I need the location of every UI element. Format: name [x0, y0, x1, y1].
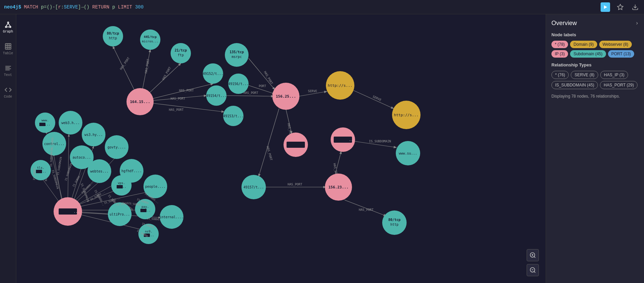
svg-text:49156/t...: 49156/t... [228, 82, 249, 86]
svg-marker-0 [604, 5, 607, 9]
run-button[interactable] [601, 2, 610, 12]
svg-text:hgfhdf....: hgfhdf.... [121, 169, 142, 173]
rel-badge-has-port[interactable]: HAS_PORT (29) [600, 81, 638, 89]
svg-text:HAS_IP: HAS_IP [333, 163, 338, 175]
svg-text:autoco...: autoco... [73, 156, 91, 159]
badge-subdomain[interactable]: Subdomain (45) [570, 50, 606, 58]
svg-text:21/tcp: 21/tcp [175, 48, 187, 52]
svg-text:HAS_PORT: HAS_PORT [243, 91, 258, 95]
sidebar-item-graph[interactable]: Graph [1, 17, 16, 37]
zoom-controls [527, 249, 539, 276]
badge-domain[interactable]: Domain (9) [570, 41, 597, 48]
svg-rect-9 [5, 43, 11, 49]
sidebar-table-label: Table [3, 52, 13, 55]
svg-line-142 [534, 257, 535, 258]
svg-text:135/tcp: 135/tcp [230, 50, 244, 54]
svg-text:...: ... [41, 170, 46, 173]
query-text: MATCH p=()-[r:SERVE]→() RETURN p LIMIT 3… [24, 4, 143, 10]
svg-text:IS_SUBDOMAIN: IS_SUBDOMAIN [50, 148, 53, 167]
svg-text:http: http [109, 36, 117, 40]
svg-text:SERVE: SERVE [372, 95, 382, 102]
rel-badge-has-ip[interactable]: HAS_IP (3) [600, 71, 628, 79]
sidebar-item-text[interactable]: Text [1, 60, 16, 81]
svg-text:http://s...: http://s... [394, 113, 419, 117]
svg-text:...: ... [45, 123, 50, 126]
svg-text:HAS_PORT: HAS_PORT [119, 56, 130, 70]
zoom-in-button[interactable] [527, 249, 539, 261]
svg-text:micros...: micros... [142, 40, 159, 43]
graph-canvas[interactable]: HAS_PORT HAS_PORT HAS_PORT HAS_PORT HAS_… [16, 14, 546, 283]
svg-text:IS_SUBDOMAIN: IS_SUBDOMAIN [56, 157, 62, 175]
svg-text:ultiPro...: ultiPro... [110, 213, 130, 216]
svg-text:...: ... [121, 185, 126, 188]
sidebar-item-table[interactable]: Table [1, 39, 16, 59]
svg-line-30 [227, 96, 273, 96]
svg-text:tls.: tls. [37, 166, 44, 169]
svg-text:49153/t...: 49153/t... [223, 114, 243, 118]
svg-text:49152/t...: 49152/t... [203, 72, 223, 76]
node-label-badges: * (78) Domain (9) Webserver (8) IP (3) S… [551, 41, 639, 58]
svg-text:http: http [390, 223, 398, 226]
svg-text:80/tcp: 80/tcp [107, 32, 119, 35]
graph-svg: HAS_PORT HAS_PORT HAS_PORT HAS_PORT HAS_… [16, 14, 546, 283]
svg-text:...: ... [349, 138, 355, 142]
neo4j-prompt: neo4j$ [4, 4, 21, 10]
panel-chevron-icon[interactable]: › [635, 20, 639, 26]
svg-text:ns9.: ns9. [145, 230, 152, 233]
sidebar-text-label: Text [4, 73, 12, 77]
svg-line-42 [259, 108, 279, 176]
badge-ip[interactable]: IP (3) [551, 50, 568, 58]
zoom-out-button[interactable] [527, 264, 539, 276]
rel-badge-all[interactable]: * (76) [551, 71, 569, 79]
svg-text:49157/t...: 49157/t... [243, 185, 264, 189]
relationship-types-title: Relationship Types [551, 62, 639, 67]
rel-badge-serve[interactable]: SERVE (8) [571, 71, 598, 79]
main-layout: Graph Table Text Code [0, 14, 644, 283]
relationship-badges: * (76) SERVE (8) HAS_IP (3) IS_SUBDOMAIN… [551, 71, 639, 89]
sidebar-item-code[interactable]: Code [1, 82, 16, 102]
svg-text:164.15...: 164.15... [130, 100, 150, 104]
right-panel: Overview › Node labels * (78) Domain (9)… [546, 14, 644, 283]
svg-text:SERVE: SERVE [308, 89, 317, 93]
sidebar: Graph Table Text Code [0, 14, 16, 283]
favorite-button[interactable] [616, 2, 625, 12]
svg-line-38 [354, 90, 393, 108]
svg-text:445/tcp: 445/tcp [144, 35, 157, 39]
svg-text:govty....: govty.... [108, 145, 126, 149]
svg-text:HAS_PORT: HAS_PORT [169, 108, 184, 112]
svg-marker-1 [618, 4, 623, 9]
svg-line-7 [8, 23, 10, 26]
svg-text:49154/t...: 49154/t... [206, 94, 227, 98]
svg-line-6 [6, 23, 8, 26]
sidebar-graph-label: Graph [3, 30, 13, 34]
svg-text:HAS_PORT: HAS_PORT [266, 146, 273, 161]
svg-text:msrpc: msrpc [232, 55, 242, 59]
badge-port[interactable]: PORT (13) [608, 50, 635, 58]
svg-text:...: ... [145, 209, 151, 212]
svg-text:HAS_PORT: HAS_PORT [179, 89, 194, 92]
svg-text:HAS_PORT: HAS_PORT [359, 208, 374, 211]
svg-text:HAS_PORT: HAS_PORT [288, 183, 303, 186]
svg-text:...: ... [74, 210, 80, 214]
download-button[interactable] [630, 2, 640, 12]
svg-point-3 [7, 22, 9, 23]
svg-text:HAS_PORT: HAS_PORT [171, 97, 186, 100]
sidebar-code-label: Code [4, 95, 12, 99]
svg-text:80/tcp: 80/tcp [388, 218, 401, 222]
svg-text:ws3.hy...: ws3.hy... [84, 133, 103, 137]
svg-text:webtes...: webtes... [90, 169, 109, 173]
svg-text:web3.h...: web3.h... [61, 121, 80, 125]
rel-badge-is-subdomain[interactable]: IS_SUBDOMAIN (45) [551, 81, 598, 89]
svg-text:IS_SUBDO...: IS_SUBDO... [33, 163, 36, 180]
svg-text:IS_SUBDO...: IS_SUBDO... [51, 133, 54, 150]
panel-title: Overview [551, 20, 577, 27]
svg-text:PORT: PORT [259, 84, 266, 88]
panel-footer: Displaying 78 nodes, 76 relationships. [551, 94, 639, 99]
badge-all[interactable]: * (78) [551, 41, 568, 48]
svg-rect-90 [287, 142, 305, 148]
badge-webserver[interactable]: Webserver (8) [599, 41, 632, 48]
panel-header: Overview › [551, 20, 639, 27]
svg-text:ftp: ftp [178, 53, 184, 57]
svg-text:people....: people.... [145, 185, 165, 188]
node-labels-title: Node labels [551, 32, 639, 37]
